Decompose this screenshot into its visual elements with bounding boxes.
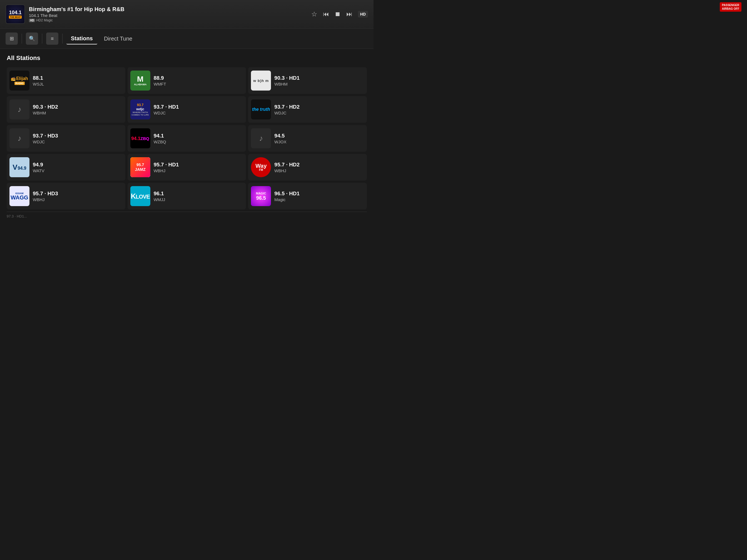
station-logo-wayfm: Way FM [251, 157, 271, 177]
station-details-wmft: 88.9 WMFT [154, 75, 166, 86]
station-freq: 88.1 [33, 75, 44, 81]
station-item-wzbq[interactable]: 94.1ZBQ 94.1 WZBQ [128, 125, 246, 152]
station-details-wbhm-hd1: 90.3 · HD1 WBHM [274, 75, 300, 86]
station-freq: 88.9 [154, 75, 166, 81]
list-icon: ⊞ [10, 35, 14, 42]
station-call: WBHM [33, 111, 58, 115]
search-button[interactable]: 🔍 [26, 32, 38, 45]
filter-icon: ≡ [51, 36, 54, 42]
station-call: WJOX [274, 139, 286, 144]
header: 104.1 THE BEAT Birmingham's #1 for Hip H… [0, 0, 374, 29]
station-freq: 93.7 · HD1 [154, 104, 179, 110]
station-id: 104.1 The Beat [29, 13, 125, 18]
station-freq: 95.7 · HD3 [33, 191, 58, 197]
station-logo-wbhm: w b)h m [251, 71, 271, 90]
station-details-wbhj-hd1: 95.7 · HD1 WBHJ [154, 162, 179, 173]
station-freq: 95.7 · HD2 [274, 162, 300, 168]
logo-text: THE BEAT [9, 16, 21, 19]
station-item-wbhm-hd1[interactable]: w b)h m 90.3 · HD1 WBHM [248, 67, 367, 94]
station-details-wjox: 94.5 WJOX [274, 133, 286, 144]
stations-grid: 📻 Elijah RADIO 88.1 WSJL M ALABAMA 88 [7, 67, 367, 209]
station-item-wbhj-hd2[interactable]: Way FM 95.7 · HD2 WBHJ [248, 154, 367, 181]
station-item-wbhj-hd1[interactable]: 95.7JAMZ 95.7 · HD1 WBHJ [128, 154, 246, 181]
station-details-wbhj-hd3: 95.7 · HD3 WBHJ [33, 191, 58, 202]
section-title: All Stations [7, 54, 367, 62]
toolbar-divider-3 [62, 34, 62, 44]
station-call: WSJL [33, 82, 44, 86]
station-details-wmjj: 96.1 WMJJ [154, 191, 165, 202]
station-details-watv: 94.9 WATV [33, 162, 45, 173]
station-freq: 96.5 · HD1 [274, 191, 300, 197]
station-item-wsjl[interactable]: 📻 Elijah RADIO 88.1 WSJL [7, 67, 125, 94]
station-freq: 94.9 [33, 162, 45, 168]
station-freq: 93.7 · HD3 [33, 133, 58, 139]
station-name: Birmingham's #1 for Hip Hop & R&B [29, 6, 125, 12]
station-logo-wjox: ♪ [251, 128, 271, 148]
tab-direct-tune[interactable]: Direct Tune [100, 33, 137, 44]
station-item-wmjj[interactable]: KLOVE 96.1 WMJJ [128, 183, 246, 209]
toolbar: ⊞ 🔍 ≡ Stations Direct Tune [0, 29, 374, 49]
station-logo-magic: MAGIC 96.5 [251, 186, 271, 206]
station-logo-wagg: 610AM WAGG [9, 186, 29, 206]
station-item-wbhj-hd3[interactable]: 610AM WAGG 95.7 · HD3 WBHJ [7, 183, 125, 209]
station-logo-wdjc: 93.7 wdjc WHERE FAITH COMES TO LIFE [130, 100, 150, 119]
station-call: WBHJ [274, 168, 300, 173]
station-logo-truth: the truth [251, 100, 271, 119]
station-call: WDJC [33, 139, 58, 144]
station-details-wbhj-hd2: 95.7 · HD2 WBHJ [274, 162, 300, 173]
station-item-wdjc-hd1[interactable]: 93.7 wdjc WHERE FAITH COMES TO LIFE 93.7… [128, 96, 246, 123]
hd-button[interactable]: HD [358, 11, 368, 18]
station-logo-wbhm-hd2: ♪ [9, 100, 29, 119]
station-details-wdjc-hd2: 93.7 · HD2 WDJC [274, 104, 300, 115]
station-details-wbhm-hd2: 90.3 · HD2 WBHM [33, 104, 58, 115]
next-button[interactable]: ⏭ [346, 10, 352, 18]
station-call: WATV [33, 168, 45, 173]
hd-badge: HD [29, 19, 35, 22]
content: All Stations 📻 Elijah RADIO 88.1 WSJL [0, 49, 374, 226]
station-item-wjox[interactable]: ♪ 94.5 WJOX [248, 125, 367, 152]
station-freq: 94.1 [154, 133, 166, 139]
station-call: WBHM [274, 82, 300, 86]
logo-number: 104.1 [9, 10, 21, 15]
station-item-wbhm-hd2[interactable]: ♪ 90.3 · HD2 WBHM [7, 96, 125, 123]
hd-label-text: HD2 Magic [36, 18, 53, 22]
station-call: WDJC [154, 111, 179, 115]
station-details-wdjc-hd1: 93.7 · HD1 WDJC [154, 104, 179, 115]
station-call: WBHJ [154, 168, 179, 173]
station-freq: 94.5 [274, 133, 286, 139]
station-call: WMJJ [154, 197, 165, 202]
station-freq: 95.7 · HD1 [154, 162, 179, 168]
station-call: WZBQ [154, 139, 166, 144]
station-call: WDJC [274, 111, 300, 115]
station-item-wdjc-hd2[interactable]: the truth 93.7 · HD2 WDJC [248, 96, 367, 123]
station-details-wzbq: 94.1 WZBQ [154, 133, 166, 144]
station-item-wmft[interactable]: M ALABAMA 88.9 WMFT [128, 67, 246, 94]
list-view-button[interactable]: ⊞ [5, 32, 18, 45]
station-item-magic[interactable]: MAGIC 96.5 96.5 · HD1 Magic [248, 183, 367, 209]
header-left: 104.1 THE BEAT Birmingham's #1 for Hip H… [5, 4, 125, 24]
station-freq: 90.3 · HD1 [274, 75, 300, 81]
header-controls: ☆ ⏮ ⏹ ⏭ HD [311, 10, 368, 18]
station-info: Birmingham's #1 for Hip Hop & R&B 104.1 … [29, 6, 125, 22]
favorite-button[interactable]: ☆ [311, 10, 317, 18]
search-icon: 🔍 [29, 35, 35, 42]
station-logo-jamz: 95.7JAMZ [130, 157, 150, 177]
station-logo: 104.1 THE BEAT [5, 4, 25, 24]
station-details-wdjc-hd3: 93.7 · HD3 WDJC [33, 133, 58, 144]
station-call: WBHJ [33, 197, 58, 202]
tab-stations[interactable]: Stations [67, 33, 97, 45]
toolbar-divider-1 [22, 34, 22, 44]
station-freq: 96.1 [154, 191, 165, 197]
stop-button[interactable]: ⏹ [335, 10, 341, 18]
station-item-wdjc-hd3[interactable]: ♪ 93.7 · HD3 WDJC [7, 125, 125, 152]
prev-button[interactable]: ⏮ [323, 10, 329, 18]
station-logo-klove: KLOVE [130, 186, 150, 206]
station-logo-wzbq: 94.1ZBQ [130, 128, 150, 148]
toolbar-divider-2 [42, 34, 42, 44]
station-logo-wsjl: 📻 Elijah RADIO [9, 71, 29, 90]
station-details-wsjl: 88.1 WSJL [33, 75, 44, 86]
filter-button[interactable]: ≡ [46, 32, 58, 45]
station-freq: 93.7 · HD2 [274, 104, 300, 110]
station-item-watv[interactable]: V 94.9 94.9 WATV [7, 154, 125, 181]
station-details-magic: 96.5 · HD1 Magic [274, 191, 300, 202]
